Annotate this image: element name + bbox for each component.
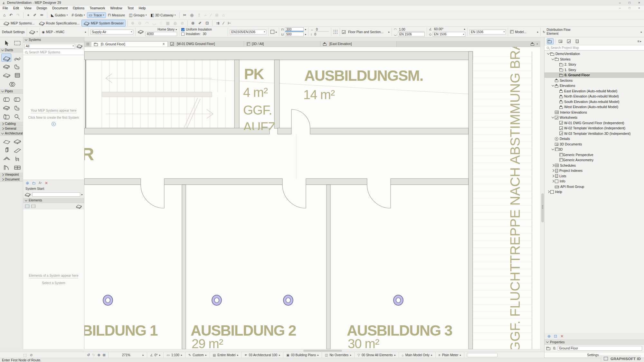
tree-item-project-indexes[interactable]: Project Indexes (545, 168, 644, 173)
boxed-element-button[interactable]: ⊡ (204, 21, 210, 26)
publisher-icon[interactable] (574, 39, 581, 44)
toolbox-section-viewpoint[interactable]: Viewpoint (0, 172, 23, 177)
tab-3d-all[interactable]: [3D / All] (244, 41, 320, 47)
mep-system-selector[interactable]: ◉ MEP - HVAC ▸ (40, 27, 88, 37)
zoom-in-button[interactable]: ⊕ (97, 353, 100, 357)
chevron-right-icon[interactable] (552, 169, 554, 172)
edit-route-button[interactable]: ✐ (197, 21, 203, 26)
air-terminal[interactable] (103, 295, 113, 305)
tree-item-demoventilation[interactable]: DemoVentilation (545, 51, 644, 57)
arrow-right-icon[interactable]: ▸ (641, 31, 642, 33)
chevron-right-icon[interactable] (552, 180, 554, 182)
tab-0-ground-floor[interactable]: [0. Ground Floor]✕ (91, 41, 168, 47)
chevron-down-icon[interactable] (552, 57, 554, 60)
tree-item-2-story[interactable]: 2. Story (545, 62, 644, 67)
slab-tool[interactable] (12, 137, 22, 145)
wall-tool[interactable] (2, 137, 11, 145)
tree-item-details[interactable]: Details (545, 136, 644, 142)
vertical-scroll-thumb[interactable] (541, 193, 544, 222)
pen-set-control[interactable]: ✎Custom▸ (185, 352, 210, 358)
tree-item-generic-axonometry[interactable]: Generic Axonometry (545, 157, 644, 163)
delete-viewpoint-button[interactable]: ✕ (560, 334, 564, 339)
undo-button[interactable]: ↶ (8, 13, 14, 18)
split-button[interactable]: ✂ (182, 13, 188, 18)
chevron-down-icon[interactable] (552, 148, 554, 150)
trace-button[interactable]: ▭Trace▾ (87, 13, 106, 18)
properties-header[interactable]: Properties (545, 339, 644, 345)
marquee-tool[interactable] (12, 39, 22, 46)
close-button[interactable]: × (634, 0, 644, 5)
air-terminal[interactable] (393, 295, 403, 305)
dimension-style-control[interactable]: ▣03 Building Plans▸ (283, 352, 322, 358)
cutaway-button[interactable]: ◧3D Cutaway▾ (149, 13, 177, 18)
slope-button[interactable]: ∕ (222, 21, 225, 26)
favorites-pen-button[interactable]: ✏ (39, 13, 45, 18)
duct-junction-tool[interactable] (2, 62, 11, 70)
menu-help[interactable]: Help (136, 6, 148, 10)
duct-height-input[interactable]: 500 (285, 32, 304, 36)
maximize-button[interactable]: □ (625, 0, 634, 5)
system-gear-button[interactable]: ⊛ (190, 21, 196, 26)
chevron-right-icon[interactable] (552, 164, 554, 167)
tree-item-api-root-group[interactable]: API Root Group (545, 184, 644, 190)
new-system-button[interactable]: ⊕ (26, 181, 29, 185)
tree-item-info[interactable]: Info (545, 179, 644, 184)
orientation-control[interactable]: ∠0°▸ (147, 352, 164, 358)
tree-item-north-elevation-auto-rebuild-model[interactable]: North Elevation (Auto-rebuild Model) (545, 94, 644, 99)
pipe-fitting-tool[interactable] (12, 112, 22, 120)
route-specifications-button[interactable]: Route Specifications... (37, 20, 81, 26)
mep-system-browser-button[interactable]: MEP System Browser (82, 20, 125, 26)
graphisoft-id-label[interactable]: GRAPHISOFT ID (611, 357, 641, 361)
display-mode-selector[interactable]: Floor Plan and Section... ▸ (340, 27, 392, 37)
pop-up-navigator-button[interactable]: ▾ (528, 41, 540, 47)
layout-book-icon[interactable] (566, 39, 573, 44)
delete-system-button[interactable]: ✕ (45, 181, 48, 185)
chevron-down-icon[interactable] (552, 84, 554, 87)
previous-zoom-button[interactable]: ↺ (87, 353, 90, 357)
bend-ratio-input[interactable]: 1.00 (398, 27, 425, 32)
toolbox-section-architectural[interactable]: Architectural (0, 131, 23, 136)
home-button[interactable]: ⌂ (2, 13, 7, 18)
tree-item-generic-perspective[interactable]: Generic Perspective (545, 152, 644, 158)
tab-east-elevation[interactable]: [East Elevation] (320, 41, 397, 47)
chevron-right-icon[interactable] (547, 190, 550, 193)
splitter-grip[interactable] (542, 205, 543, 206)
zoom-level-control[interactable]: 271% ▸ (109, 352, 147, 358)
tree-item-0-ground-floor[interactable]: 0. Ground Floor (545, 72, 644, 78)
floor-plan-canvas[interactable]: [0. Ground Floor]✕[W-01 DWG Ground Floor… (84, 37, 540, 349)
insulation-value[interactable]: 30 (202, 32, 211, 36)
close-tab-icon[interactable]: ✕ (162, 42, 165, 46)
child-minimize-button[interactable]: – (615, 6, 625, 11)
angle-standard-select[interactable]: EN 1506 ▾ (433, 32, 465, 37)
beam-tool[interactable] (12, 146, 22, 153)
tree-item-stories[interactable]: Stories (545, 57, 644, 62)
tree-item-south-elevation-auto-rebuild-model[interactable]: South Elevation (Auto-rebuild Model) (545, 99, 644, 105)
element-type-picker[interactable]: ▾ (27, 27, 40, 37)
element-settings-icon[interactable] (76, 204, 82, 209)
standard-select[interactable]: EN1505/EN1506 ▾ (230, 30, 266, 34)
minimize-button[interactable]: – (615, 0, 625, 5)
marquee-restrict-icon[interactable]: ⬚ (23, 353, 26, 357)
structure-display-control[interactable]: ▤Entire Model▸ (210, 352, 242, 358)
dx-input[interactable]: 0 (315, 27, 329, 32)
measure-button[interactable]: ⊓Measure (106, 13, 127, 18)
fit-in-window-button[interactable]: ⊞ (103, 353, 106, 357)
drawing-area[interactable]: PK 4 m² GGF. AUFZUG AUSBILDUNGSM. 14 m² … (84, 47, 540, 349)
tree-item-lists[interactable]: Lists (545, 173, 644, 179)
angle-input[interactable]: 60.00° (433, 27, 463, 31)
elevation-input[interactable]: 4000 (145, 32, 177, 36)
pipe-tool[interactable] (2, 95, 11, 103)
bend-standard-input[interactable]: EN 1506 (398, 32, 425, 36)
pipe-flexible-tool[interactable] (12, 95, 22, 103)
dy-input[interactable]: 0 (313, 32, 329, 36)
tree-item-w-01-dwg-ground-floor-independent[interactable]: W-01 DWG Ground Floor (Independent) (545, 120, 644, 126)
systems-settings-icon[interactable] (76, 43, 83, 49)
inject-parameters-button[interactable]: ✐ (32, 13, 38, 18)
child-close-button[interactable]: × (634, 6, 644, 11)
adjust-button[interactable]: ◎ (189, 13, 195, 18)
duct-bend-tool[interactable] (12, 62, 22, 70)
panel-layout-button[interactable]: ⊡ (554, 334, 557, 339)
child-restore-button[interactable]: □ (625, 6, 634, 11)
menu-test[interactable]: Test (125, 6, 136, 10)
menu-document[interactable]: Document (50, 6, 70, 10)
